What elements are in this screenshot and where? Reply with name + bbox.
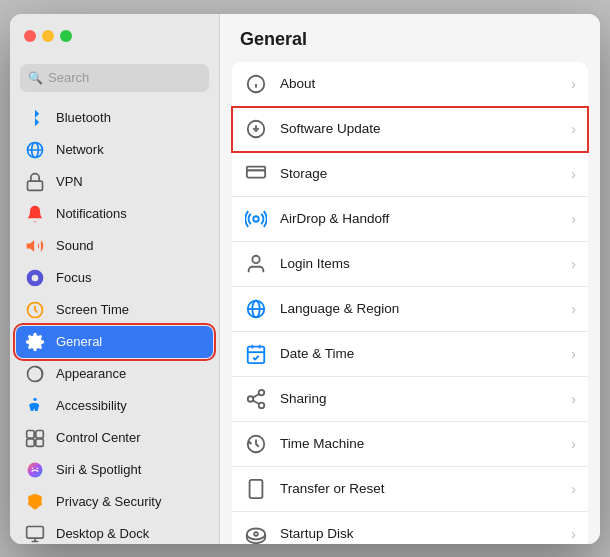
content-item-loginitems-label: Login Items [280, 256, 559, 271]
svg-rect-3 [28, 181, 43, 190]
content-item-about[interactable]: About › [232, 62, 588, 107]
datetime-chevron: › [571, 346, 576, 362]
sidebar-item-network-label: Network [56, 142, 104, 157]
transfer-icon [244, 477, 268, 501]
sidebar-item-screentime[interactable]: Screen Time [16, 294, 213, 326]
content-item-loginitems[interactable]: Login Items › [232, 242, 588, 287]
storage-chevron: › [571, 166, 576, 182]
sidebar-item-notifications[interactable]: Notifications [16, 198, 213, 230]
softwareupdate-chevron: › [571, 121, 576, 137]
search-placeholder: Search [48, 70, 89, 85]
svg-rect-11 [27, 438, 35, 446]
content-item-storage-label: Storage [280, 166, 559, 181]
controlcenter-icon [24, 427, 46, 449]
sidebar-item-bluetooth[interactable]: Bluetooth [16, 102, 213, 134]
sidebar-list: Bluetooth Network VPN Noti [10, 100, 219, 544]
transfer-chevron: › [571, 481, 576, 497]
content-item-sharing-label: Sharing [280, 391, 559, 406]
content-item-datetime-label: Date & Time [280, 346, 559, 361]
airdrop-chevron: › [571, 211, 576, 227]
sidebar-item-general[interactable]: General [16, 326, 213, 358]
content-item-timemachine[interactable]: Time Machine › [232, 422, 588, 467]
sidebar-item-focus[interactable]: Focus [16, 262, 213, 294]
sidebar-item-sound[interactable]: Sound [16, 230, 213, 262]
svg-point-14 [32, 467, 34, 469]
sidebar-item-appearance[interactable]: Appearance [16, 358, 213, 390]
svg-point-8 [33, 397, 36, 400]
maximize-button[interactable] [60, 30, 72, 42]
appearance-icon [24, 363, 46, 385]
sidebar-item-screentime-label: Screen Time [56, 302, 129, 317]
siri-icon [24, 459, 46, 481]
svg-rect-10 [36, 430, 44, 438]
sound-icon [24, 235, 46, 257]
svg-line-43 [253, 400, 259, 404]
sidebar-item-bluetooth-label: Bluetooth [56, 110, 111, 125]
content-item-language-label: Language & Region [280, 301, 559, 316]
notifications-icon [24, 203, 46, 225]
svg-line-44 [253, 393, 259, 397]
svg-point-31 [253, 216, 259, 222]
svg-rect-9 [27, 430, 35, 438]
sharing-icon [244, 387, 268, 411]
search-bar[interactable]: 🔍 Search [20, 64, 209, 92]
svg-rect-16 [27, 526, 44, 538]
traffic-lights [24, 30, 72, 42]
content-item-datetime[interactable]: Date & Time › [232, 332, 588, 377]
loginitems-icon [244, 252, 268, 276]
storage-icon [244, 162, 268, 186]
svg-point-49 [254, 532, 258, 536]
svg-point-32 [252, 255, 259, 262]
svg-point-41 [248, 396, 254, 402]
sidebar-item-accessibility[interactable]: Accessibility [16, 390, 213, 422]
timemachine-chevron: › [571, 436, 576, 452]
desktopdock-icon [24, 523, 46, 544]
sidebar-item-controlcenter-label: Control Center [56, 430, 141, 445]
content-list: About › Software Update › Storage › [220, 58, 600, 544]
screentime-icon [24, 299, 46, 321]
svg-marker-4 [27, 240, 35, 252]
svg-rect-29 [247, 166, 265, 170]
main-content: General About › Software Update › [220, 14, 600, 544]
general-icon [24, 331, 46, 353]
sidebar-item-siri-label: Siri & Spotlight [56, 462, 141, 477]
minimize-button[interactable] [42, 30, 54, 42]
language-chevron: › [571, 301, 576, 317]
content-item-airdrop-label: AirDrop & Handoff [280, 211, 559, 226]
focus-icon [24, 267, 46, 289]
privacy-icon [24, 491, 46, 513]
sidebar-item-notifications-label: Notifications [56, 206, 127, 221]
content-item-transfer[interactable]: Transfer or Reset › [232, 467, 588, 512]
sidebar-item-vpn[interactable]: VPN [16, 166, 213, 198]
content-item-airdrop[interactable]: AirDrop & Handoff › [232, 197, 588, 242]
sidebar-item-sound-label: Sound [56, 238, 94, 253]
sharing-chevron: › [571, 391, 576, 407]
titlebar [10, 14, 219, 58]
content-item-language[interactable]: Language & Region › [232, 287, 588, 332]
sidebar-item-network[interactable]: Network [16, 134, 213, 166]
content-item-storage[interactable]: Storage › [232, 152, 588, 197]
svg-point-15 [37, 467, 39, 469]
sidebar-item-controlcenter[interactable]: Control Center [16, 422, 213, 454]
sidebar-item-privacy[interactable]: Privacy & Security [16, 486, 213, 518]
sidebar-item-siri[interactable]: Siri & Spotlight [16, 454, 213, 486]
sidebar-item-desktopdock-label: Desktop & Dock [56, 526, 149, 541]
loginitems-chevron: › [571, 256, 576, 272]
startupdisk-icon [244, 522, 268, 544]
close-button[interactable] [24, 30, 36, 42]
svg-rect-28 [247, 170, 265, 177]
content-item-startupdisk[interactable]: Startup Disk › [232, 512, 588, 544]
svg-rect-36 [248, 346, 265, 363]
about-icon [244, 72, 268, 96]
bluetooth-icon [24, 107, 46, 129]
content-item-softwareupdate[interactable]: Software Update › [232, 107, 588, 152]
datetime-icon [244, 342, 268, 366]
sidebar-item-appearance-label: Appearance [56, 366, 126, 381]
search-icon: 🔍 [28, 71, 43, 85]
sidebar-item-desktopdock[interactable]: Desktop & Dock [16, 518, 213, 544]
main-header: General [220, 14, 600, 58]
about-chevron: › [571, 76, 576, 92]
sidebar: 🔍 Search Bluetooth Network [10, 14, 220, 544]
content-item-sharing[interactable]: Sharing › [232, 377, 588, 422]
svg-rect-12 [36, 438, 44, 446]
